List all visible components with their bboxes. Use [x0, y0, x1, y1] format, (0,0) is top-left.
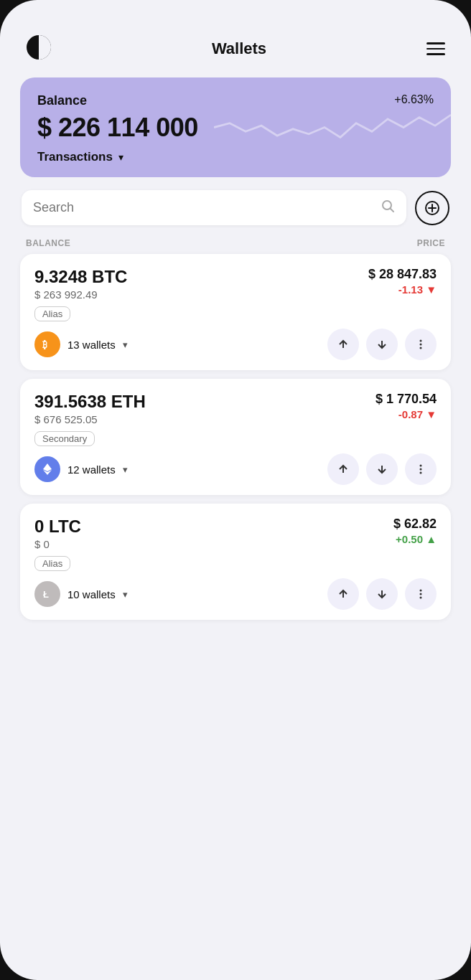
ltc-tag: Alias [34, 556, 70, 571]
transactions-chevron-icon: ▾ [118, 151, 123, 163]
asset-list: 9.3248 BTC $ 263 992.49 $ 28 847.83 -1.1… [20, 254, 451, 620]
svg-point-20 [420, 472, 422, 474]
btc-tag: Alias [34, 306, 70, 321]
btc-price: $ 28 847.83 [368, 267, 437, 282]
ltc-receive-button[interactable] [366, 578, 398, 610]
ltc-price: $ 62.82 [393, 517, 437, 532]
btc-wallet-chevron-icon: ▾ [123, 339, 128, 350]
ltc-amount: 0 LTC [34, 517, 81, 537]
btc-wallet-info[interactable]: ₿ 13 wallets ▾ [34, 331, 128, 357]
asset-card-ltc: 0 LTC $ 0 $ 62.82 +0.50 ▲ Alias Ł 10 wal… [20, 504, 451, 620]
btc-usd: $ 263 992.49 [34, 288, 127, 301]
eth-usd: $ 676 525.05 [34, 413, 146, 425]
search-icon [381, 199, 395, 217]
add-wallet-button[interactable] [415, 191, 449, 225]
balance-card: Balance +6.63% $ 226 114 000 Transaction… [20, 77, 451, 177]
ltc-more-button[interactable] [405, 578, 437, 610]
balance-label: Balance [37, 93, 87, 108]
svg-text:₿: ₿ [42, 339, 47, 350]
eth-receive-button[interactable] [366, 453, 398, 485]
svg-point-25 [420, 593, 422, 595]
svg-point-12 [420, 344, 422, 346]
header: Wallets [20, 34, 451, 77]
svg-point-19 [420, 468, 422, 471]
btc-wallet-count: 13 wallets [67, 339, 116, 351]
eth-wallet-info[interactable]: 12 wallets ▾ [34, 456, 128, 482]
btc-change: -1.13 ▼ [368, 283, 437, 296]
col-header-balance: BALANCE [26, 238, 70, 248]
btc-receive-button[interactable] [366, 329, 398, 360]
ltc-send-button[interactable] [327, 578, 359, 610]
search-input[interactable] [33, 200, 373, 215]
search-row [20, 190, 451, 225]
col-header-price: PRICE [417, 238, 445, 248]
menu-button[interactable] [426, 42, 445, 55]
asset-card-eth: 391.5638 ETH $ 676 525.05 $ 1 770.54 -0.… [20, 379, 451, 495]
eth-wallet-count: 12 wallets [67, 463, 116, 476]
svg-text:Ł: Ł [43, 589, 49, 600]
eth-amount: 391.5638 ETH [34, 392, 146, 412]
transactions-label: Transactions [37, 150, 113, 164]
eth-coin-icon [34, 456, 60, 482]
btc-amount: 9.3248 BTC [34, 267, 127, 287]
phone-shell: Wallets Balance +6.63% $ 226 114 000 Tra… [0, 0, 471, 980]
svg-point-11 [420, 340, 422, 342]
column-headers: BALANCE PRICE [20, 231, 451, 254]
logo-icon [26, 34, 52, 63]
eth-send-button[interactable] [327, 453, 359, 485]
balance-chart [214, 77, 451, 177]
ltc-coin-icon: Ł [34, 581, 60, 607]
asset-card-btc: 9.3248 BTC $ 263 992.49 $ 28 847.83 -1.1… [20, 254, 451, 370]
ltc-change: +0.50 ▲ [393, 533, 437, 545]
btc-more-button[interactable] [405, 329, 437, 360]
ltc-wallet-chevron-icon: ▾ [123, 589, 128, 600]
svg-marker-14 [43, 463, 52, 471]
svg-point-18 [420, 465, 422, 467]
search-box [22, 190, 406, 225]
svg-point-24 [420, 590, 422, 592]
btc-send-button[interactable] [327, 329, 359, 360]
eth-more-button[interactable] [405, 453, 437, 485]
ltc-wallet-info[interactable]: Ł 10 wallets ▾ [34, 581, 128, 607]
eth-tag: Secondary [34, 431, 95, 446]
page-title: Wallets [212, 39, 266, 58]
eth-change: -0.87 ▼ [376, 408, 437, 420]
eth-wallet-chevron-icon: ▾ [123, 464, 128, 475]
svg-point-26 [420, 597, 422, 599]
ltc-wallet-count: 10 wallets [67, 588, 116, 600]
btc-coin-icon: ₿ [34, 331, 60, 357]
svg-line-4 [391, 209, 394, 212]
eth-price: $ 1 770.54 [376, 392, 437, 407]
svg-point-13 [420, 347, 422, 349]
ltc-usd: $ 0 [34, 538, 81, 550]
